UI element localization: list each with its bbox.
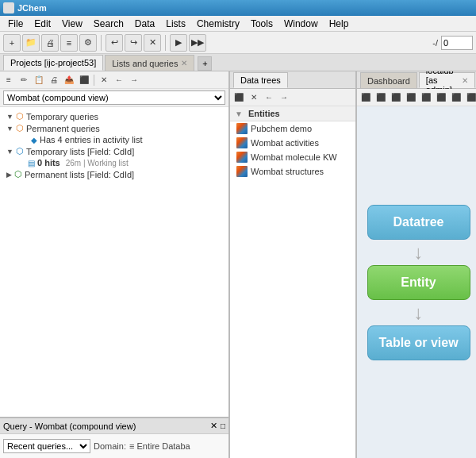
zoom-input[interactable]	[441, 36, 473, 50]
global-tabs-row: Projects [ijc-project53] Lists and queri…	[0, 54, 476, 71]
tab-dashboard[interactable]: Dashboard	[360, 72, 417, 88]
entity-wombat-structures[interactable]: Wombat structures	[230, 164, 355, 179]
dt-toolbar-back-btn[interactable]: ←	[262, 90, 276, 105]
panel-projects: ≡ ✏ 📋 🖨 📤 ⬛ ✕ ← → Wombat (compound view)	[0, 71, 230, 458]
proj-toolbar-print-btn[interactable]: 🖨	[47, 73, 61, 87]
toolbar-settings-button[interactable]: ⚙	[79, 34, 97, 52]
right-tabs-row: Dashboard localdb [as admin] ✕	[357, 71, 476, 89]
proj-toolbar-copy-btn[interactable]: 📋	[32, 73, 46, 87]
rt-btn6[interactable]: ⬛	[434, 90, 448, 105]
tab-lists-label: Lists and queries	[112, 59, 178, 68]
toolbar-list-button[interactable]: ≡	[60, 34, 78, 52]
expand-icon-perm-queries: ▼	[6, 125, 13, 133]
tab-add-button[interactable]: +	[198, 56, 212, 71]
dt-toolbar-btn1[interactable]: ⬛	[232, 90, 246, 105]
rt-btn3[interactable]: ⬛	[389, 90, 403, 105]
datatrees-toolbar: ⬛ ✕ ← →	[230, 89, 355, 106]
tab-lists-queries[interactable]: Lists and queries ✕	[105, 55, 194, 71]
proj-toolbar-close-btn[interactable]: ✕	[97, 73, 111, 87]
list-icon-perm: ⬡	[14, 169, 22, 179]
compound-view-selector: Wombat (compound view)	[0, 89, 228, 107]
query-panel-close-icon[interactable]: ✕	[210, 421, 217, 431]
tab-localdb[interactable]: localdb [as admin] ✕	[419, 72, 475, 88]
toolbar-new-button[interactable]: +	[3, 34, 21, 52]
tree-item-0hits[interactable]: ▤ 0 hits 26m | Working list	[0, 157, 228, 168]
app-window: JChem File Edit View Search Data Lists C…	[0, 0, 476, 458]
flow-box-entity[interactable]: Entity	[367, 265, 470, 300]
menu-tools[interactable]: Tools	[246, 17, 278, 30]
compound-view-dropdown[interactable]: Wombat (compound view)	[3, 90, 225, 105]
toolbar-close-button[interactable]: ✕	[144, 34, 161, 52]
menu-data[interactable]: Data	[130, 17, 159, 30]
expand-icon-temp-lists: ▼	[6, 148, 13, 156]
toolbar-undo-button[interactable]: ↩	[106, 34, 123, 52]
menu-file[interactable]: File	[3, 17, 28, 30]
toolbar-sep2	[165, 35, 166, 51]
toolbar-redo-button[interactable]: ↪	[125, 34, 142, 52]
rt-btn4[interactable]: ⬛	[404, 90, 418, 105]
tree-item-has4-entries[interactable]: ◆ Has 4 entries in activity list	[0, 134, 228, 145]
flow-box-datatree[interactable]: Datatree	[367, 205, 470, 240]
entry-icon-has4: ◆	[31, 136, 37, 144]
rt-btn2[interactable]: ⬛	[374, 90, 388, 105]
rt-btn8[interactable]: ⬛	[464, 90, 476, 105]
proj-toolbar-menu-btn[interactable]: ≡	[2, 73, 16, 87]
entities-tree: ▼ Entities Pubchem demo Wombat activitie…	[230, 106, 355, 458]
proj-toolbar-forward-btn[interactable]: →	[127, 73, 141, 87]
menu-chemistry[interactable]: Chemistry	[192, 17, 244, 30]
proj-toolbar-delete-btn[interactable]: ⬛	[77, 73, 91, 87]
menu-help[interactable]: Help	[324, 17, 354, 30]
panel-datatrees: Data trees ⬛ ✕ ← → ▼ Entities Pubchem de…	[230, 71, 357, 458]
title-bar: JChem	[0, 0, 476, 16]
rt-btn1[interactable]: ⬛	[359, 90, 373, 105]
tab-projects[interactable]: Projects [ijc-project53]	[3, 55, 103, 71]
menu-search[interactable]: Search	[89, 17, 129, 30]
menu-edit[interactable]: Edit	[29, 17, 56, 30]
proj-toolbar-edit-btn[interactable]: ✏	[17, 73, 31, 87]
proj-toolbar-back-btn[interactable]: ←	[112, 73, 126, 87]
dt-toolbar-forward-btn[interactable]: →	[277, 90, 291, 105]
toolbar-fastforward-button[interactable]: ▶▶	[189, 34, 206, 52]
list-icon-temp: ⬡	[16, 146, 24, 156]
tab-projects-label: Projects [ijc-project53]	[10, 58, 96, 67]
tab-lists-close-icon[interactable]: ✕	[181, 59, 187, 67]
tree-item-perm-queries[interactable]: ▼ ⬡ Permanent queries	[0, 122, 228, 134]
flow-box-tableview[interactable]: Table or view	[367, 325, 470, 360]
tree-item-temp-queries[interactable]: ▼ ⬡ Temporary queries	[0, 110, 228, 122]
domain-value: ≡ Entire Databa	[129, 441, 190, 451]
menu-view[interactable]: View	[57, 17, 87, 30]
main-toolbar: + 📁 🖨 ≡ ⚙ ↩ ↪ ✕ ▶ ▶▶ -/	[0, 32, 476, 54]
menu-window[interactable]: Window	[279, 17, 323, 30]
dt-toolbar-btn2[interactable]: ✕	[247, 90, 261, 105]
tree-item-temp-lists[interactable]: ▼ ⬡ Temporary lists [Field: CdId]	[0, 145, 228, 157]
tab-datatrees[interactable]: Data trees	[233, 72, 288, 88]
toolbar-open-button[interactable]: 📁	[22, 34, 40, 52]
tree-label-temp-lists: Temporary lists [Field: CdId]	[26, 147, 134, 156]
menu-lists[interactable]: Lists	[161, 17, 190, 30]
query-panel: Query - Wombat (compound view) ✕ □ Recen…	[0, 417, 228, 458]
tab-localdb-close-icon[interactable]: ✕	[462, 76, 468, 85]
proj-toolbar-export-btn[interactable]: 📤	[62, 73, 76, 87]
tree-extra-0hits: 26m | Working list	[66, 159, 129, 167]
tree-item-perm-lists[interactable]: ▶ ⬡ Permanent lists [Field: CdId]	[0, 168, 228, 180]
entity-wombat-activities[interactable]: Wombat activities	[230, 136, 355, 150]
flow-box-datatree-label: Datatree	[393, 215, 443, 229]
recent-queries-dropdown[interactable]: Recent queries...	[3, 439, 90, 453]
app-icon	[3, 2, 14, 13]
entities-header: ▼ Entities	[230, 106, 355, 121]
entity-wombat-molecule[interactable]: Wombat molecule KW	[230, 150, 355, 164]
toolbar-sep1	[101, 35, 102, 51]
toolbar-print-button[interactable]: 🖨	[41, 34, 59, 52]
projects-tree: ▼ ⬡ Temporary queries ▼ ⬡ Permanent quer…	[0, 107, 228, 417]
rt-btn5[interactable]: ⬛	[419, 90, 433, 105]
rt-btn7[interactable]: ⬛	[449, 90, 463, 105]
tree-label-has4: Has 4 entries in activity list	[40, 135, 143, 144]
flow-box-entity-label: Entity	[401, 275, 436, 290]
query-panel-expand-icon[interactable]: □	[221, 421, 225, 430]
toolbar-play-button[interactable]: ▶	[170, 34, 187, 52]
query-icon-perm: ⬡	[16, 123, 24, 133]
right-toolbar: ⬛ ⬛ ⬛ ⬛ ⬛ ⬛ ⬛ ⬛	[357, 89, 476, 106]
entity-pubchem[interactable]: Pubchem demo	[230, 121, 355, 136]
entity-label-wombat-molecule: Wombat molecule KW	[251, 152, 337, 162]
flow-arrow1: ↓	[414, 243, 424, 262]
